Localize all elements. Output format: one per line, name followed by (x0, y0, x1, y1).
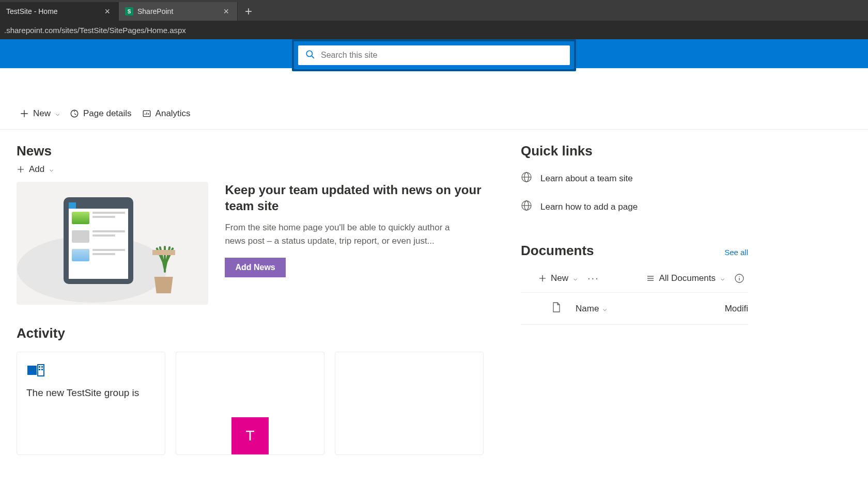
close-tab-icon[interactable]: × (102, 6, 112, 17)
add-label: Add (29, 164, 44, 175)
globe-icon (521, 200, 532, 214)
quick-link-item[interactable]: Learn about a team site (521, 164, 748, 193)
command-bar: New ⌵ Page details Analytics (0, 98, 868, 130)
search-input[interactable] (321, 51, 563, 60)
chevron-down-icon: ⌵ (574, 275, 577, 282)
activity-card[interactable]: The new TestSite group is (17, 352, 165, 455)
activity-card[interactable]: T (176, 352, 324, 455)
new-tab-button[interactable]: + (238, 2, 259, 21)
activity-title: Activity (17, 325, 502, 341)
chevron-down-icon: ⌵ (56, 110, 59, 117)
url-text: .sharepoint.com/sites/TestSite/SitePages… (4, 26, 186, 35)
analytics-button[interactable]: Analytics (137, 103, 196, 124)
sharepoint-favicon: S (125, 7, 133, 15)
news-body: From the site home page you'll be able t… (225, 221, 455, 247)
activity-card-text: The new TestSite group is (26, 386, 156, 400)
documents-more-button[interactable]: ··· (583, 272, 603, 284)
documents-title: Documents (521, 243, 594, 259)
news-headline: Keep your team updated with news on your… (225, 182, 502, 214)
documents-view-button[interactable]: All Documents ⌵ (642, 273, 729, 284)
new-button[interactable]: New ⌵ (14, 103, 65, 124)
quick-link-item[interactable]: Learn how to add a page (521, 193, 748, 221)
add-news-button[interactable]: Add News (225, 258, 285, 277)
documents-new-label: New (551, 273, 568, 284)
search-highlight-frame (292, 39, 576, 71)
modified-column-header[interactable]: Modifi (725, 304, 748, 314)
name-column-header[interactable]: Name ⌵ (576, 304, 725, 314)
tab-title: SharePoint (137, 7, 173, 15)
svg-rect-8 (41, 369, 43, 370)
chevron-down-icon: ⌵ (50, 166, 53, 173)
tab-title: TestSite - Home (6, 7, 58, 15)
news-title: News (17, 143, 502, 159)
svg-point-0 (306, 51, 312, 56)
page-details-label: Page details (83, 108, 132, 119)
quick-link-label: Learn about a team site (540, 174, 633, 184)
documents-toolbar: New ⌵ ··· All Documents ⌵ (521, 268, 748, 293)
close-tab-icon[interactable]: × (221, 6, 231, 17)
page-details-button[interactable]: Page details (65, 103, 137, 124)
file-type-column-icon[interactable] (552, 302, 561, 315)
chevron-down-icon: ⌵ (721, 275, 724, 282)
analytics-label: Analytics (156, 108, 191, 119)
search-icon (305, 50, 315, 61)
browser-tab-strip: TestSite - Home × S SharePoint × + (0, 0, 868, 21)
documents-info-button[interactable] (731, 274, 748, 283)
svg-rect-5 (39, 366, 40, 368)
see-all-link[interactable]: See all (724, 248, 748, 257)
sharepoint-header (0, 39, 868, 68)
chevron-down-icon: ⌵ (603, 305, 607, 312)
browser-tab-testsite[interactable]: TestSite - Home × (0, 2, 119, 21)
news-placeholder-image (17, 182, 208, 305)
search-box[interactable] (298, 45, 570, 65)
quick-link-label: Learn how to add a page (540, 202, 638, 212)
documents-new-button[interactable]: New ⌵ (534, 273, 581, 284)
globe-icon (521, 171, 532, 185)
svg-rect-4 (38, 365, 44, 376)
browser-tab-sharepoint[interactable]: S SharePoint × (119, 2, 238, 21)
documents-column-headers: Name ⌵ Modifi (521, 293, 748, 325)
quick-links-title: Quick links (521, 143, 748, 159)
documents-view-label: All Documents (659, 273, 716, 284)
activity-card[interactable] (335, 352, 484, 455)
add-news-dropdown[interactable]: Add ⌵ (17, 164, 502, 175)
svg-rect-3 (27, 366, 37, 375)
url-bar[interactable]: .sharepoint.com/sites/TestSite/SitePages… (0, 21, 868, 39)
new-label: New (33, 108, 51, 119)
svg-rect-6 (41, 366, 43, 368)
svg-rect-7 (39, 369, 40, 370)
outlook-group-icon (26, 361, 45, 380)
site-tile-icon: T (231, 417, 269, 454)
